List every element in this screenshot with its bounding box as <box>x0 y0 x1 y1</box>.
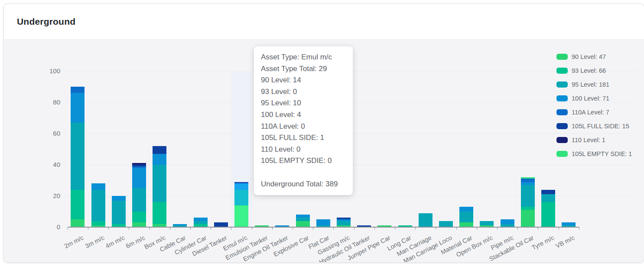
bar-open-box-m-c[interactable] <box>480 221 494 227</box>
bar-segment-95-level <box>439 221 453 227</box>
y-axis-tick-label: 40 <box>38 161 60 168</box>
bar-4m-m-c[interactable] <box>112 196 126 227</box>
tooltip-line: 95 Level: 10 <box>261 98 346 109</box>
bar-segment-95-level <box>91 190 105 221</box>
tooltip-line: 93 Level: 0 <box>261 86 346 98</box>
x-axis-label: Tyre m/c <box>530 234 555 251</box>
bar-man-carriage-loco[interactable] <box>439 221 453 227</box>
tooltip-line: 110 Level: 0 <box>261 144 346 156</box>
bar-segment-100-level <box>153 154 166 165</box>
x-axis-tick <box>211 227 211 230</box>
bar-cylinder-car[interactable] <box>194 218 208 227</box>
bar-segment-95-level <box>71 123 85 190</box>
x-axis-tick <box>579 227 579 230</box>
bar-segment-100-level <box>316 219 330 225</box>
bar-segment-95-level <box>541 194 555 202</box>
bar-man-carriage[interactable] <box>419 213 433 227</box>
chart-panel: 0204060801002m m/c3m m/c4m m/c6m m/cBox … <box>4 39 644 262</box>
bar-segment-93-level <box>132 212 146 222</box>
legend-swatch-icon <box>556 81 568 88</box>
bar-segment-90-level <box>296 221 310 227</box>
tooltip-spacer <box>261 167 346 179</box>
bar-gassing-m-c[interactable] <box>337 218 351 227</box>
legend-item-110-level[interactable]: 110 Level: 1 <box>556 137 632 143</box>
tooltip-line: Underground Total: 389 <box>261 179 346 190</box>
legend-label: 95 Level: 181 <box>572 81 609 88</box>
x-axis-tick <box>170 227 170 230</box>
bar-segment-105l-full-side <box>153 146 166 154</box>
bar-stackable-oil-car[interactable] <box>521 177 535 227</box>
x-axis-tick <box>150 227 150 230</box>
bar-segment-90-level <box>521 210 535 227</box>
legend-item-95-level[interactable]: 95 Level: 181 <box>556 81 632 88</box>
bar-segment-95-level <box>153 165 166 202</box>
chart-legend: 90 Level: 4793 Level: 6695 Level: 181100… <box>556 53 632 157</box>
x-axis-label: 3m m/c <box>84 234 105 250</box>
x-axis-tick <box>68 227 68 230</box>
bar-tyre-m-c[interactable] <box>541 190 555 227</box>
x-axis-tick <box>559 227 559 230</box>
tooltip-line: 100 Level: 4 <box>261 109 346 121</box>
bar-explosive-car[interactable] <box>296 215 310 227</box>
bar-segment-100-level <box>562 222 576 225</box>
x-axis-tick <box>497 227 498 230</box>
x-axis-tick <box>456 227 457 230</box>
chart-tooltip: Asset Type: Emul m/cAsset Type Total: 29… <box>254 46 353 195</box>
x-axis-tick <box>517 227 518 230</box>
x-axis-tick <box>354 227 355 230</box>
tooltip-line: 90 Level: 14 <box>261 75 346 86</box>
legend-swatch-icon <box>556 95 568 101</box>
x-axis-tick <box>436 227 436 230</box>
legend-swatch-icon <box>556 123 568 129</box>
bar-box-m-c[interactable] <box>153 146 166 227</box>
bar-segment-100-level <box>501 219 514 224</box>
bar-pipe-m-c[interactable] <box>501 219 514 227</box>
x-axis-tick <box>333 227 334 230</box>
bar-segment-95-level <box>234 190 248 205</box>
bar-segment-90-level <box>71 219 85 227</box>
x-axis-tick <box>190 227 191 230</box>
bar-2m-m-c[interactable] <box>71 87 85 227</box>
legend-item-100-level[interactable]: 100 Level: 71 <box>556 95 632 102</box>
bar-segment-95-level <box>480 221 494 226</box>
legend-item-93-level[interactable]: 93 Level: 66 <box>556 67 632 74</box>
x-axis-tick <box>231 227 231 230</box>
tooltip-line: 105L FULL SIDE: 1 <box>261 132 346 144</box>
bar-segment-95-level <box>459 212 473 222</box>
bar-material-car[interactable] <box>459 207 473 227</box>
legend-label: 93 Level: 66 <box>572 67 606 74</box>
bar-segment-100-level <box>91 183 105 189</box>
x-axis-label: 2m m/c <box>63 234 85 250</box>
x-axis-label: 4m m/c <box>104 234 126 250</box>
bar-segment-95-level <box>296 218 310 221</box>
legend-swatch-icon <box>556 137 568 143</box>
bar-flat-car[interactable] <box>316 219 330 227</box>
bar-segment-100-level <box>194 218 208 221</box>
legend-label: 105L EMPTY SDIE: 1 <box>572 150 632 157</box>
legend-item-105l-full-side[interactable]: 105L FULL SIDE: 15 <box>556 123 632 130</box>
legend-swatch-icon <box>556 151 568 157</box>
bar-segment-100-level <box>521 182 535 185</box>
legend-swatch-icon <box>556 68 568 74</box>
legend-item-90-level[interactable]: 90 Level: 47 <box>556 53 632 60</box>
x-axis-tick <box>293 227 293 230</box>
legend-label: 100 Level: 71 <box>572 95 609 102</box>
legend-item-105l-empty-sdie[interactable]: 105L EMPTY SDIE: 1 <box>556 150 632 157</box>
bar-segment-105l-full-side <box>541 190 555 195</box>
bar-3m-m-c[interactable] <box>91 183 105 227</box>
bar-6m-m-c[interactable] <box>132 163 146 227</box>
tooltip-line: Asset Type: Emul m/c <box>261 52 346 63</box>
y-axis-tick-label: 60 <box>38 130 60 137</box>
x-axis-label: 6m m/c <box>125 234 146 250</box>
x-axis-tick <box>374 227 375 230</box>
page-title: Underground <box>17 16 75 27</box>
y-axis-tick-label: 80 <box>38 98 60 106</box>
x-axis-tick <box>108 227 109 230</box>
bar-segment-100-level <box>132 168 146 188</box>
legend-item-110a-level[interactable]: 110A Level: 7 <box>556 109 632 116</box>
bar-segment-93-level <box>153 202 166 224</box>
bar-emul-m-c[interactable] <box>234 182 248 227</box>
bar-segment-95-level <box>132 188 146 212</box>
legend-swatch-icon <box>556 54 568 60</box>
y-axis-tick-label: 0 <box>38 223 60 231</box>
